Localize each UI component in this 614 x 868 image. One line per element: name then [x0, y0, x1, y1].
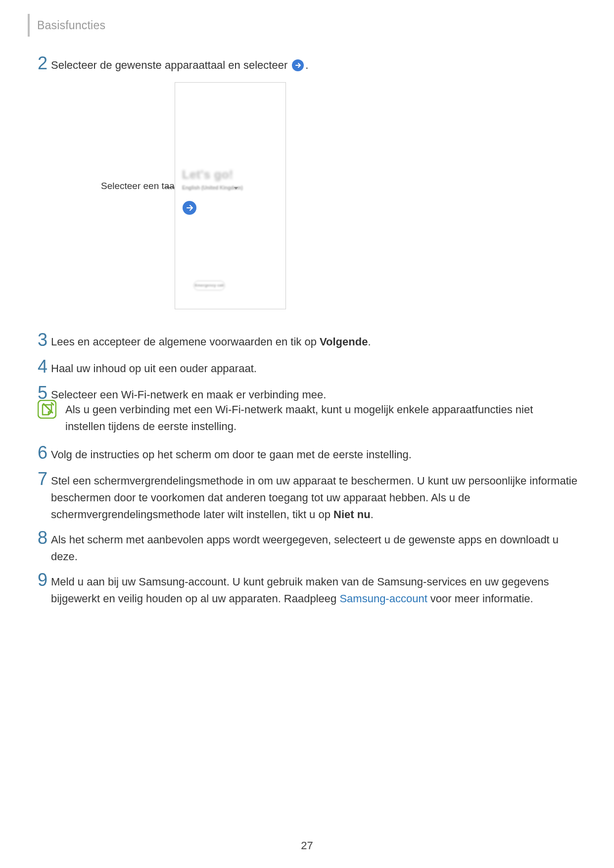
page-number: 27	[0, 839, 614, 852]
note-icon	[38, 400, 56, 419]
phone-mock: Let's go! English (United Kingdom) Emerg…	[175, 82, 286, 309]
svg-rect-2	[38, 400, 56, 418]
text: .	[368, 336, 371, 348]
arrow-right-icon	[291, 59, 304, 72]
step-7-text: Stel een schermvergrendelingsmethode in …	[51, 473, 580, 523]
chevron-down-icon	[234, 187, 238, 190]
text: Stel een schermvergrendelingsmethode in …	[51, 475, 577, 521]
link-samsung-account[interactable]: Samsung-account	[339, 592, 427, 605]
step-2-text: Selecteer de gewenste apparaattaal en se…	[51, 57, 575, 74]
manual-page: Basisfuncties 2 Selecteer de gewenste ap…	[0, 0, 614, 868]
step-9-text: Meld u aan bij uw Samsung-account. U kun…	[51, 574, 575, 607]
step-5-text: Selecteer een Wi-Fi-netwerk en maak er v…	[51, 386, 575, 403]
step-8-text: Als het scherm met aanbevolen apps wordt…	[51, 531, 575, 565]
text: voor meer informatie.	[427, 592, 533, 605]
header-rule	[28, 14, 30, 37]
section-title: Basisfuncties	[37, 19, 105, 32]
step-6-text: Volg de instructies op het scherm om doo…	[51, 446, 575, 463]
text: Lees en accepteer de algemene voorwaarde…	[51, 336, 320, 348]
text: .	[305, 59, 308, 71]
callout-label: Selecteer een taal.	[101, 181, 179, 192]
bold-text: Volgende	[320, 336, 368, 348]
phone-next-button	[182, 200, 197, 215]
step-3-text: Lees en accepteer de algemene voorwaarde…	[51, 334, 575, 350]
note-text: Als u geen verbinding met een Wi-Fi-netw…	[65, 401, 550, 435]
bold-text: Niet nu	[333, 508, 371, 521]
text: Selecteer de gewenste apparaattaal en se…	[51, 59, 287, 71]
step-4-text: Haal uw inhoud op uit een ouder apparaat…	[51, 360, 575, 377]
phone-emergency-button: Emergency call	[193, 281, 225, 290]
phone-welcome-heading: Let's go!	[182, 168, 234, 182]
text: .	[371, 508, 374, 521]
